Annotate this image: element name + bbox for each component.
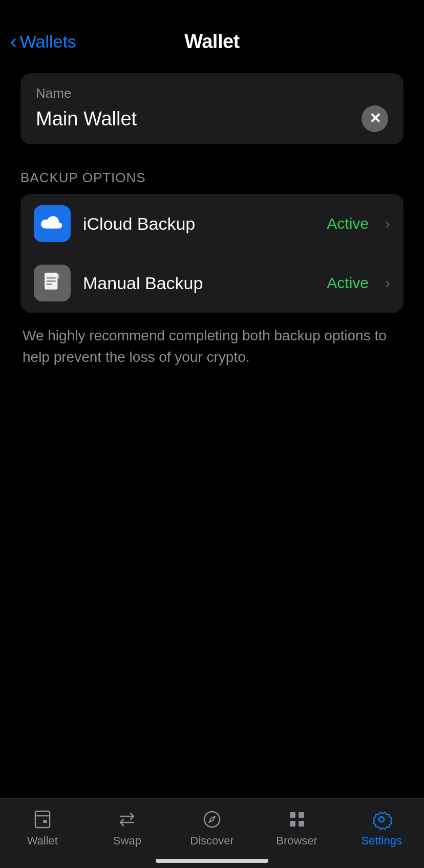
page-header: ‹ Wallets Wallet: [0, 0, 424, 63]
icloud-chevron-icon: ›: [385, 215, 390, 232]
browser-tab-icon: [286, 809, 308, 830]
wallet-tab-label: Wallet: [27, 834, 58, 848]
tab-swap[interactable]: Swap: [101, 809, 153, 848]
tab-browser[interactable]: Browser: [271, 809, 323, 848]
wallet-name-value: Main Wallet: [36, 108, 137, 130]
backup-section-label: BACKUP OPTIONS: [20, 170, 404, 186]
svg-rect-11: [299, 821, 304, 827]
icloud-icon-wrap: [34, 205, 71, 242]
discover-tab-icon: [201, 809, 223, 830]
svg-rect-10: [290, 821, 295, 827]
swap-tab-icon: [116, 809, 138, 830]
svg-rect-9: [299, 812, 304, 818]
wallet-tab-icon: [32, 809, 53, 830]
discover-tab-label: Discover: [190, 834, 234, 848]
manual-backup-item[interactable]: Manual Backup Active ›: [20, 253, 404, 313]
icloud-backup-label: iCloud Backup: [83, 214, 314, 234]
tab-bar: Wallet Swap Discover Browser Setti: [0, 798, 424, 868]
clear-icon: ✕: [369, 112, 381, 126]
main-content: Name Main Wallet ✕ BACKUP OPTIONS iCloud: [0, 63, 424, 368]
wallet-name-card: Name Main Wallet ✕: [20, 73, 404, 144]
backup-section: BACKUP OPTIONS iCloud Backup Active ›: [20, 170, 404, 368]
settings-tab-label: Settings: [361, 834, 402, 848]
recommendation-text: We highly recommend completing both back…: [20, 325, 404, 368]
backup-options-card: iCloud Backup Active › Manual Backup: [20, 194, 404, 313]
svg-rect-8: [290, 812, 295, 818]
svg-rect-6: [43, 820, 47, 823]
manual-backup-icon: [43, 272, 61, 294]
swap-tab-label: Swap: [113, 834, 141, 848]
home-indicator: [156, 859, 268, 863]
svg-point-7: [204, 812, 220, 827]
manual-icon-wrap: [34, 265, 71, 301]
back-label: Wallets: [20, 32, 76, 52]
tab-settings[interactable]: Settings: [356, 809, 407, 848]
icloud-backup-item[interactable]: iCloud Backup Active ›: [20, 194, 404, 253]
manual-backup-status: Active: [327, 274, 369, 292]
back-chevron-icon: ‹: [10, 32, 17, 51]
name-row: Main Wallet ✕: [36, 105, 388, 132]
settings-tab-icon: [371, 809, 392, 830]
manual-chevron-icon: ›: [385, 274, 390, 292]
tab-wallet[interactable]: Wallet: [17, 809, 68, 848]
back-button[interactable]: ‹ Wallets: [10, 32, 76, 52]
page-title: Wallet: [184, 31, 240, 53]
tab-discover[interactable]: Discover: [186, 809, 238, 848]
clear-name-button[interactable]: ✕: [362, 105, 388, 132]
manual-backup-label: Manual Backup: [83, 273, 314, 293]
name-field-label: Name: [36, 85, 388, 101]
icloud-backup-status: Active: [327, 215, 369, 232]
browser-tab-label: Browser: [276, 834, 317, 848]
icloud-icon: [41, 214, 63, 233]
